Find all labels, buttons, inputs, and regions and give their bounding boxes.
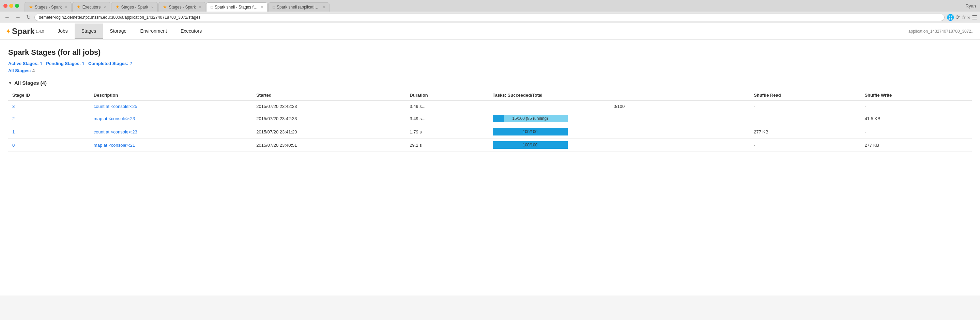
table-row: 0map at <console>:212015/07/20 23:40:512… [8,139,972,152]
browser-chrome: ★Stages - Spark×★Executors×★Stages - Spa… [0,0,980,23]
tab-label-tab3: Stages - Spark [121,5,148,10]
table-row: 2map at <console>:232015/07/20 23:42:333… [8,112,972,125]
back-button[interactable]: ← [3,14,11,21]
col-tasks: Tasks: Succeeded/Total [488,90,750,101]
browser-tab-tab5[interactable]: □Spark shell - Stages for All× [206,2,267,11]
description-link[interactable]: map at <console>:21 [94,143,135,148]
tab-favicon-tab2: ★ [77,5,81,10]
page-title: Spark Stages (for all jobs) [8,48,972,57]
tab-close-tab5[interactable]: × [261,5,263,9]
tab-label-tab2: Executors [83,5,100,10]
tab-label-tab4: Stages - Spark [169,5,196,10]
stage-id-cell: 2 [8,112,90,125]
nav-tab-executors[interactable]: Executors [174,24,208,39]
browser-tab-tab3[interactable]: ★Stages - Spark× [111,2,158,11]
spark-logo: ✦ Spark 1.4.0 [5,23,44,40]
description-cell: count at <console>:25 [90,101,252,112]
shuffle-read-cell: - [750,101,861,112]
stages-tbody: 3count at <console>:252015/07/20 23:42:3… [8,101,972,152]
stage-id-link[interactable]: 1 [12,129,15,135]
started-cell: 2015/07/20 23:41:20 [252,125,406,139]
duration-cell: 1.79 s [406,125,488,139]
app-content: ✦ Spark 1.4.0 Jobs Stages Storage Enviro… [0,23,980,296]
stage-id-link[interactable]: 2 [12,116,15,121]
stage-id-cell: 1 [8,125,90,139]
completed-stages-link[interactable]: Completed Stages: 2 [88,61,132,66]
description-link[interactable]: count at <console>:25 [94,104,137,109]
description-cell: count at <console>:23 [90,125,252,139]
col-stage-id: Stage ID [8,90,90,101]
description-cell: map at <console>:23 [90,112,252,125]
duration-cell: 3.49 s... [406,101,488,112]
traffic-lights [0,0,22,11]
nav-tab-jobs[interactable]: Jobs [51,24,75,39]
nav-tab-environment[interactable]: Environment [133,24,174,39]
close-button[interactable] [3,4,8,8]
browser-user: Ryan [966,3,976,8]
table-row: 1count at <console>:232015/07/20 23:41:2… [8,125,972,139]
browser-tab-tab4[interactable]: ★Stages - Spark× [158,2,205,11]
reload-button[interactable]: ↻ [24,13,32,21]
spark-version: 1.4.0 [36,29,44,33]
col-duration: Duration [406,90,488,101]
table-row: 3count at <console>:252015/07/20 23:42:3… [8,101,972,112]
duration-cell: 29.2 s [406,139,488,152]
browser-tab-tab1[interactable]: ★Stages - Spark× [24,2,72,11]
task-bar: 15/100 (85 running) [493,115,568,122]
shuffle-read-cell: - [750,139,861,152]
nav-tab-storage[interactable]: Storage [103,24,133,39]
stage-id-link[interactable]: 3 [12,104,15,109]
all-stages-section-title: All Stages (4) [14,80,47,86]
tasks-cell: 100/100 [488,139,750,152]
forward-button[interactable]: → [14,14,22,21]
url-text: demeter-login2.demeter.hpc.mssm.edu:3000… [39,15,200,20]
tab-close-tab1[interactable]: × [65,5,67,9]
spark-nav: ✦ Spark 1.4.0 Jobs Stages Storage Enviro… [0,23,980,40]
tab-bar: ★Stages - Spark×★Executors×★Stages - Spa… [22,0,962,11]
shuffle-write-cell: - [861,125,972,139]
more-icon[interactable]: » [967,14,970,21]
description-link[interactable]: map at <console>:23 [94,116,135,121]
shuffle-write-cell: 41.5 KB [861,112,972,125]
url-bar[interactable]: demeter-login2.demeter.hpc.mssm.edu:3000… [34,14,945,21]
pending-stages-link[interactable]: Pending Stages: 1 [46,61,86,66]
started-cell: 2015/07/20 23:42:33 [252,112,406,125]
task-bar-label: 100/100 [493,143,568,147]
col-started: Started [252,90,406,101]
refresh-icon[interactable]: ⟳ [956,14,960,21]
globe-icon[interactable]: 🌐 [947,14,954,21]
stage-id-link[interactable]: 0 [12,143,15,148]
main-content: Spark Stages (for all jobs) Active Stage… [0,40,980,160]
active-stages-link[interactable]: Active Stages: 1 [8,61,44,66]
all-stages-link[interactable]: All Stages: [8,68,32,73]
browser-tab-tab6[interactable]: □Spark shell (application_14...× [268,2,329,11]
nav-tab-stages[interactable]: Stages [75,24,103,39]
table-header: Stage ID Description Started Duration Ta… [8,90,972,101]
stage-id-cell: 3 [8,101,90,112]
col-shuffle-write: Shuffle Write [861,90,972,101]
minimize-button[interactable] [9,4,13,8]
all-stages-section-header[interactable]: ▼ All Stages (4) [8,80,972,86]
tab-close-tab3[interactable]: × [151,5,153,9]
description-link[interactable]: count at <console>:23 [94,129,137,135]
stages-table: Stage ID Description Started Duration Ta… [8,90,972,152]
menu-icon[interactable]: ☰ [972,14,977,21]
tab-close-tab2[interactable]: × [103,5,106,9]
tab-close-tab4[interactable]: × [199,5,201,9]
started-cell: 2015/07/20 23:42:33 [252,101,406,112]
started-cell: 2015/07/20 23:40:51 [252,139,406,152]
browser-tab-tab2[interactable]: ★Executors× [72,2,110,11]
tab-close-tab6[interactable]: × [323,5,325,9]
stage-summary-line2: All Stages: 4 [8,68,972,73]
star-icon[interactable]: ☆ [961,14,966,21]
task-bar-label: 15/100 (85 running) [493,116,568,121]
description-cell: map at <console>:21 [90,139,252,152]
browser-actions: 🌐 ⟳ ☆ » ☰ [947,14,977,21]
stage-id-cell: 0 [8,139,90,152]
task-bar: 100/100 [493,128,568,136]
tab-favicon-tab5: □ [211,5,213,9]
shuffle-read-cell: 277 KB [750,125,861,139]
tasks-cell: 100/100 [488,125,750,139]
maximize-button[interactable] [15,4,19,8]
stage-summary: Active Stages: 1 Pending Stages: 1 Compl… [8,61,972,66]
